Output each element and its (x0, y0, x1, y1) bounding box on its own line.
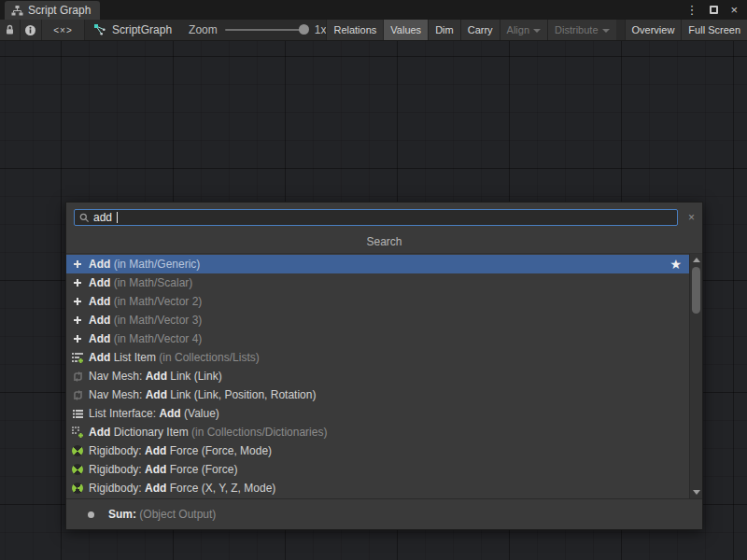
results-list: Add (in Math/Generic)★Add (in Math/Scala… (66, 255, 689, 497)
code-icon: <×> (53, 25, 73, 35)
favorite-star-icon[interactable]: ★ (669, 255, 682, 273)
result-row[interactable]: Rigidbody: Add Force (Force, Mode) (66, 441, 689, 460)
graph-hierarchy-icon (11, 5, 23, 17)
rigidbody-icon (71, 463, 84, 476)
toolbar-button-label: Distribute (555, 24, 598, 35)
toolbar-button-label: Dim (435, 24, 454, 35)
zoom-slider-handle[interactable] (299, 24, 309, 35)
zoom-slider[interactable] (225, 29, 307, 31)
dot-icon (84, 508, 97, 521)
result-label: Add (in Math/Generic) (89, 258, 200, 271)
graph-toolbar: <×> ScriptGraph Zoom 1x RelationsValuesD… (0, 20, 747, 41)
result-row[interactable]: Nav Mesh: Add Link (Link, Position, Rota… (66, 385, 689, 404)
toolbar-button-overview[interactable]: Overview (625, 20, 682, 40)
zoom-value: 1x (315, 23, 327, 36)
results-scrollbar[interactable] (689, 254, 702, 498)
result-row[interactable]: List Interface: Add (Value) (66, 404, 689, 423)
menu-icon[interactable]: ⋮ (685, 0, 698, 20)
toolbar-button-align[interactable]: Align (500, 20, 547, 40)
result-row[interactable]: Add (in Math/Vector 4) (66, 329, 689, 348)
search-icon (79, 213, 90, 223)
toolbar-button-label: Relations (333, 24, 376, 35)
add-icon (71, 276, 84, 289)
window-controls: ⋮ × (685, 0, 747, 20)
fuzzy-finder-popup: add × Search Add (in Math/Generic)★Add (… (65, 202, 703, 530)
toolbar-button-relations[interactable]: Relations (326, 20, 383, 40)
graph-name-label: ScriptGraph (112, 23, 172, 36)
result-label: Add List Item (in Collections/Lists) (89, 351, 260, 364)
code-view-button[interactable]: <×> (42, 20, 85, 40)
chevron-down-icon (602, 29, 610, 33)
result-row[interactable]: Rigidbody: Add Force (X, Y, Z, Mode) (66, 479, 689, 497)
result-row[interactable]: Nav Mesh: Add Link (Link) (66, 367, 689, 385)
result-label: Nav Mesh: Add Link (Link, Position, Rota… (89, 388, 316, 401)
toolbar-button-label: Carry (468, 24, 493, 35)
nav-mesh-icon (71, 370, 84, 383)
close-icon[interactable]: × (730, 0, 738, 20)
add-dictionary-item-icon (71, 426, 84, 439)
result-label: Nav Mesh: Add Link (Link) (89, 370, 222, 383)
add-icon (71, 332, 84, 345)
toolbar-button-values[interactable]: Values (383, 20, 428, 40)
toolbar-button-label: Full Screen (688, 24, 740, 35)
title-bar: Script Graph ⋮ × (0, 0, 747, 20)
maximize-icon[interactable] (710, 6, 718, 14)
add-icon (71, 295, 84, 308)
result-row[interactable]: Add (in Math/Vector 3) (66, 311, 689, 329)
toolbar-view-buttons: RelationsValuesDimCarryAlignDistributeOv… (326, 20, 747, 40)
toolbar-button-label: Values (390, 24, 421, 35)
clear-search-icon[interactable]: × (688, 211, 695, 224)
result-label: Add Dictionary Item (in Collections/Dict… (89, 426, 327, 439)
toolbar-button-full-screen[interactable]: Full Screen (681, 20, 747, 40)
zoom-label: Zoom (189, 23, 218, 36)
result-label: Add (in Math/Scalar) (89, 276, 192, 289)
finder-footer: Sum: (Object Output) (66, 498, 702, 529)
result-row[interactable]: Add (in Math/Generic)★ (66, 255, 689, 273)
tab-label: Script Graph (28, 4, 91, 17)
search-input[interactable]: add (74, 209, 678, 226)
result-row[interactable]: Add (in Math/Scalar) (66, 273, 689, 292)
scrollbar-thumb[interactable] (692, 267, 700, 314)
result-label: Rigidbody: Add Force (X, Y, Z, Mode) (89, 482, 275, 495)
info-button[interactable] (21, 20, 42, 40)
graph-identity: ScriptGraph (85, 20, 183, 40)
toolbar-button-dim[interactable]: Dim (428, 20, 460, 40)
result-row[interactable]: Add Dictionary Item (in Collections/Dict… (66, 423, 689, 441)
lock-button[interactable] (0, 20, 21, 40)
result-label: Add (in Math/Vector 2) (89, 295, 202, 308)
result-row[interactable]: Add List Item (in Collections/Lists) (66, 348, 689, 367)
list-icon (71, 407, 84, 420)
scroll-down-icon[interactable] (690, 486, 702, 498)
footer-label: Sum: (Object Output) (108, 508, 216, 521)
toolbar-button-distribute[interactable]: Distribute (547, 20, 615, 40)
add-list-item-icon (71, 351, 84, 364)
script-graph-window: Script Graph ⋮ × <×> ScriptGraph Zoom 1x… (0, 0, 747, 560)
result-label: Rigidbody: Add Force (Force) (89, 463, 237, 476)
rigidbody-icon (71, 444, 84, 457)
chevron-down-icon (533, 29, 541, 33)
search-strip: add × (66, 203, 702, 231)
results-panel: Add (in Math/Generic)★Add (in Math/Scala… (66, 253, 702, 498)
toolbar-button-carry[interactable]: Carry (460, 20, 500, 40)
result-label: Add (in Math/Vector 3) (89, 314, 202, 327)
script-graph-icon (93, 23, 106, 36)
result-row[interactable]: Rigidbody: Add Force (Force) (66, 460, 689, 479)
lock-icon (5, 24, 15, 35)
nav-mesh-icon (71, 388, 84, 401)
result-label: Rigidbody: Add Force (Force, Mode) (89, 444, 272, 457)
text-caret (117, 212, 118, 223)
tab-script-graph[interactable]: Script Graph (5, 1, 100, 20)
result-label: Add (in Math/Vector 4) (89, 332, 202, 345)
search-input-value: add (93, 210, 112, 225)
result-label: List Interface: Add (Value) (89, 407, 219, 420)
toolbar-button-label: Overview (632, 24, 675, 35)
rigidbody-icon (71, 482, 84, 495)
info-icon (24, 24, 36, 36)
scroll-up-icon[interactable] (690, 254, 702, 266)
add-icon (71, 258, 84, 271)
result-row[interactable]: Add (in Math/Vector 2) (66, 292, 689, 311)
finder-header: Search (66, 231, 702, 253)
zoom-control: Zoom 1x (183, 20, 326, 40)
toolbar-button-label: Align (507, 24, 529, 35)
add-icon (71, 314, 84, 327)
